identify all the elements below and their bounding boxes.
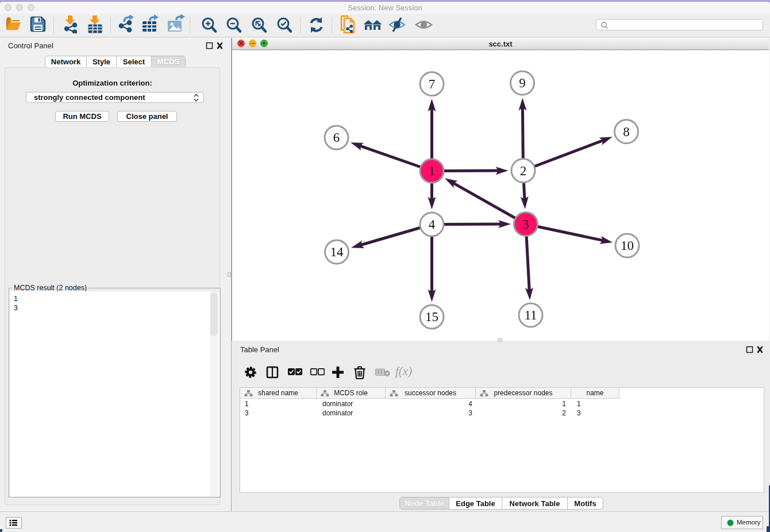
svg-text:3: 3 [522, 217, 529, 232]
svg-text:10: 10 [621, 238, 634, 253]
svg-text:8: 8 [623, 125, 630, 139]
svg-text:14: 14 [330, 245, 344, 259]
svg-text:1: 1 [429, 164, 436, 178]
svg-text:7: 7 [429, 77, 436, 91]
svg-text:2: 2 [520, 164, 527, 178]
svg-text:15: 15 [425, 310, 438, 324]
svg-text:6: 6 [333, 130, 340, 145]
svg-text:4: 4 [429, 217, 436, 232]
svg-text:11: 11 [524, 308, 537, 322]
svg-text:9: 9 [519, 76, 526, 90]
